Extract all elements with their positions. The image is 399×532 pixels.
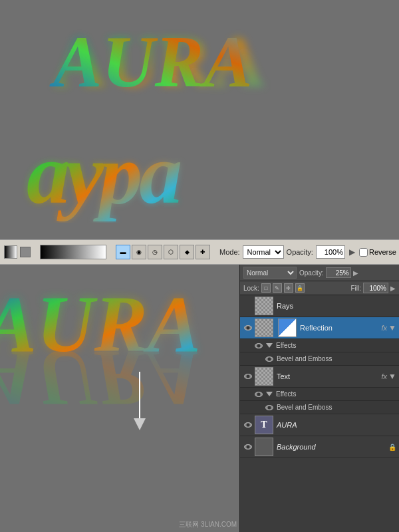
top-canvas: AURA AURA аура аура (0, 0, 399, 239)
lock-paint-icon[interactable]: ✎ (273, 283, 282, 293)
preview-letters: AURA AURA AURA (0, 271, 219, 524)
reflection-bevel-label: Bevel and Emboss (277, 355, 396, 362)
layer-aura-eye[interactable] (243, 420, 253, 430)
text-effects-label: Effects (276, 390, 396, 398)
opacity-arrow[interactable]: ▶ (349, 247, 355, 257)
reverse-checkbox-container: Reverse (359, 248, 396, 257)
lock-all-icon[interactable]: 🔒 (295, 283, 305, 293)
angle-gradient-icon[interactable]: ◷ (148, 245, 162, 259)
text-bevel-row: Bevel and Emboss (240, 401, 399, 414)
layers-lock-row: Lock: □ ✎ ✛ 🔒 Fill: ▶ (240, 281, 399, 295)
aura-text-bottom-canvas: аура аура (13, 116, 386, 223)
layer-aura-thumb: T (255, 416, 273, 434)
linear-gradient-icon[interactable]: ▬ (116, 245, 130, 259)
gradient-preview[interactable] (40, 245, 106, 259)
mode-label: Mode: (219, 248, 240, 256)
layer-background-thumb (255, 438, 273, 456)
layer-reflection-thumb2 (278, 319, 297, 337)
text-bevel-label: Bevel and Emboss (277, 404, 396, 411)
layer-reflection-eye[interactable] (243, 323, 253, 333)
layer-rays-thumb (255, 297, 273, 315)
fill-label: Fill: (350, 285, 361, 292)
layer-text-fx: fx (382, 372, 388, 380)
text-effects-eye[interactable] (253, 389, 264, 400)
layer-reflection-name: Reflection (300, 324, 379, 332)
reflection-bevel-row: Bevel and Emboss (240, 352, 399, 366)
bottom-workspace: AURA AURA AURA 三联网 3LIAN.COM Normal Opac… (0, 265, 399, 532)
blend-mode-select[interactable]: Normal (243, 267, 297, 279)
diamond-gradient-icon[interactable]: ◆ (180, 245, 194, 259)
layer-text[interactable]: Text fx ▼ (240, 366, 399, 388)
layers-blend-row: Normal Opacity: ▶ (240, 265, 399, 281)
canvas-preview: AURA AURA AURA 三联网 3LIAN.COM (0, 265, 239, 532)
lock-transparency-icon[interactable]: □ (261, 283, 271, 293)
reflection-effects-label: Effects (276, 342, 396, 349)
fill-input[interactable] (363, 283, 388, 293)
layer-rays-eye[interactable] (243, 301, 253, 311)
layer-aura-name: AURA (277, 421, 396, 429)
opacity-expand-arrow[interactable]: ▶ (353, 269, 358, 277)
svg-text:аура: аура (27, 126, 180, 221)
layer-rays[interactable]: Rays (240, 295, 399, 317)
layer-text-thumb (255, 367, 273, 386)
layers-opacity-label: Opacity: (299, 269, 324, 277)
aura-text-top: AURA AURA (13, 7, 386, 113)
layer-aura[interactable]: T AURA (240, 414, 399, 436)
layer-background-eye[interactable] (243, 442, 253, 452)
layer-background-name: Background (277, 443, 386, 451)
text-effects-row: Effects (240, 388, 399, 401)
layer-reflection[interactable]: Reflection fx ▼ (240, 317, 399, 339)
layer-rays-name: Rays (277, 302, 396, 310)
layers-opacity-row: Opacity: ▶ (299, 267, 358, 278)
gradient-type-group: ▬ ◉ ◷ ⬡ ◆ ✚ (116, 245, 210, 259)
opacity-label: Opacity: (287, 248, 313, 256)
svg-text:AURA: AURA (49, 21, 253, 102)
layer-background[interactable]: Background 🔒 (240, 436, 399, 458)
layer-background-lock: 🔒 (388, 444, 396, 451)
reflection-effects-triangle[interactable] (266, 343, 273, 348)
reflection-bevel-eye[interactable] (264, 354, 275, 364)
watermark: 三联网 3LIAN.COM (179, 520, 237, 529)
layer-text-arrow[interactable]: ▼ (388, 372, 396, 381)
background-swatch[interactable] (20, 247, 31, 257)
radial-gradient-icon[interactable]: ◉ (132, 245, 146, 259)
svg-text:AURA: AURA (0, 334, 201, 422)
foreground-swatch[interactable] (4, 245, 17, 259)
layer-reflection-arrow[interactable]: ▼ (388, 323, 396, 332)
reflection-effects-row: Effects (240, 339, 399, 352)
layer-reflection-fx: fx (382, 324, 388, 332)
fill-expand-arrow[interactable]: ▶ (390, 285, 396, 292)
text-effects-triangle[interactable] (266, 392, 273, 396)
extra-gradient-icon[interactable]: ✚ (196, 245, 210, 259)
text-bevel-eye[interactable] (264, 402, 275, 413)
layer-text-eye[interactable] (243, 371, 253, 382)
reflection-effects-eye[interactable] (253, 340, 264, 351)
layers-opacity-input[interactable] (326, 267, 351, 278)
reverse-label: Reverse (369, 248, 396, 256)
lock-move-icon[interactable]: ✛ (284, 283, 293, 293)
layer-reflection-thumb1 (255, 319, 273, 337)
mode-select[interactable]: Normal (243, 245, 284, 259)
cursor-arrowhead (134, 418, 146, 430)
reverse-checkbox[interactable] (359, 248, 368, 257)
lock-label: Lock: (243, 285, 259, 292)
toolbar: ▬ ◉ ◷ ⬡ ◆ ✚ Mode: Normal Opacity: ▶ Reve… (0, 239, 399, 265)
reflected-gradient-icon[interactable]: ⬡ (164, 245, 178, 259)
opacity-input[interactable] (316, 245, 345, 259)
layers-panel: Normal Opacity: ▶ Lock: □ ✎ ✛ 🔒 Fill: ▶ … (239, 265, 399, 532)
cursor-line (139, 372, 140, 425)
layer-text-name: Text (277, 372, 379, 380)
